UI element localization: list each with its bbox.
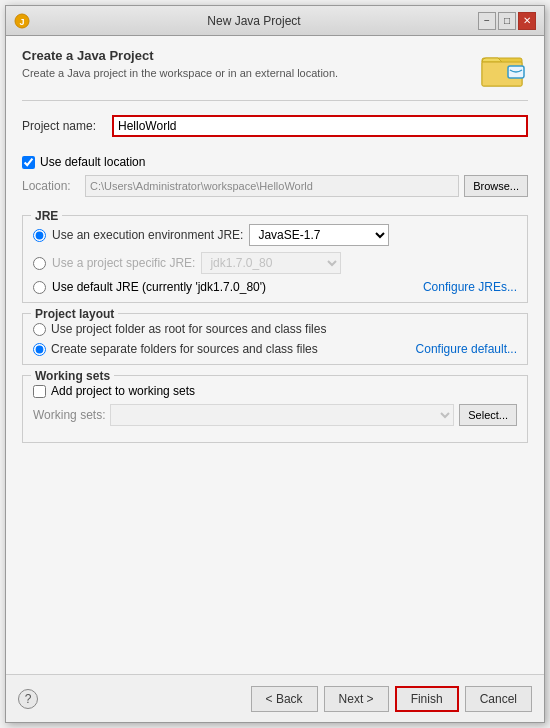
jre-option1-radio[interactable] [33,229,46,242]
project-name-section: Project name: [22,115,528,145]
layout-option2-inner: Create separate folders for sources and … [33,342,318,356]
project-layout-group: Project layout Use project folder as roo… [22,313,528,365]
browse-button[interactable]: Browse... [464,175,528,197]
finish-button[interactable]: Finish [395,686,459,712]
jre-group-label: JRE [31,209,62,223]
add-working-sets-label: Add project to working sets [51,384,195,398]
use-default-location-label: Use default location [40,155,145,169]
jre-option3-label: Use default JRE (currently 'jdk1.7.0_80'… [52,280,266,294]
layout-option1-label: Use project folder as root for sources a… [51,322,326,336]
add-working-sets-row: Add project to working sets [33,384,517,398]
project-name-label: Project name: [22,119,112,133]
jre-group: JRE Use an execution environment JRE: Ja… [22,215,528,303]
working-sets-select [110,404,454,426]
header-title: Create a Java Project [22,48,338,63]
help-button[interactable]: ? [18,689,38,709]
default-location-row: Use default location [22,155,528,169]
header-description: Create a Java project in the workspace o… [22,67,338,79]
layout-option2-label: Create separate folders for sources and … [51,342,318,356]
jre-option3-radio[interactable] [33,281,46,294]
back-button[interactable]: < Back [251,686,318,712]
jre-option2-label: Use a project specific JRE: [52,256,195,270]
layout-option1-row: Use project folder as root for sources a… [33,322,517,336]
dialog-window: J New Java Project − □ ✕ Create a Java P… [5,5,545,723]
project-name-input[interactable] [112,115,528,137]
working-sets-field-label: Working sets: [33,408,105,422]
minimize-button[interactable]: − [478,12,496,30]
select-working-sets-button[interactable]: Select... [459,404,517,426]
svg-text:J: J [19,17,24,27]
jre-option3-row: Use default JRE (currently 'jdk1.7.0_80'… [33,280,517,294]
layout-option1-radio[interactable] [33,323,46,336]
jre-specific-select: jdk1.7.0_80 [201,252,341,274]
configure-jres-link[interactable]: Configure JREs... [423,280,517,294]
jre-option1-row: Use an execution environment JRE: JavaSE… [33,224,517,246]
header-section: Create a Java Project Create a Java proj… [22,48,528,101]
title-bar: J New Java Project − □ ✕ [6,6,544,36]
configure-default-link[interactable]: Configure default... [416,342,517,356]
use-default-location-checkbox[interactable] [22,156,35,169]
layout-option2-row: Create separate folders for sources and … [33,342,517,356]
app-icon: J [14,13,30,29]
location-path-row: Location: Browse... [22,175,528,197]
window-title: New Java Project [30,14,478,28]
header-text: Create a Java Project Create a Java proj… [22,48,338,79]
next-button[interactable]: Next > [324,686,389,712]
project-name-row: Project name: [22,115,528,137]
layout-option2-radio[interactable] [33,343,46,356]
jre-option2-radio[interactable] [33,257,46,270]
close-button[interactable]: ✕ [518,12,536,30]
project-layout-label: Project layout [31,307,118,321]
dialog-content: Create a Java Project Create a Java proj… [6,36,544,674]
maximize-button[interactable]: □ [498,12,516,30]
working-sets-select-row: Working sets: Select... [33,404,517,426]
header-icon [480,48,528,90]
working-sets-label: Working sets [31,369,114,383]
cancel-button[interactable]: Cancel [465,686,532,712]
location-input[interactable] [85,175,459,197]
working-sets-group: Working sets Add project to working sets… [22,375,528,443]
jre-option1-label: Use an execution environment JRE: [52,228,243,242]
help-area: ? [18,689,38,709]
location-section: Use default location Location: Browse... [22,155,528,205]
jre-environment-select[interactable]: JavaSE-1.7 [249,224,389,246]
jre-option2-row: Use a project specific JRE: jdk1.7.0_80 [33,252,517,274]
add-working-sets-checkbox[interactable] [33,385,46,398]
dialog-footer: ? < Back Next > Finish Cancel [6,674,544,722]
window-controls: − □ ✕ [478,12,536,30]
location-label: Location: [22,179,80,193]
